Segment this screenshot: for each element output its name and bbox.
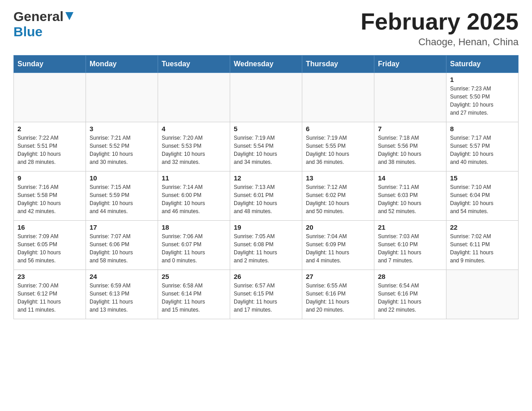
day-info: Sunrise: 6:54 AM Sunset: 6:16 PM Dayligh… — [378, 282, 442, 314]
header-saturday: Saturday — [446, 56, 519, 73]
location-subtitle: Chaoge, Henan, China — [360, 36, 519, 48]
table-row: 21Sunrise: 7:03 AM Sunset: 6:10 PM Dayli… — [374, 221, 446, 270]
day-info: Sunrise: 7:05 AM Sunset: 6:08 PM Dayligh… — [234, 232, 298, 265]
table-row: 24Sunrise: 6:59 AM Sunset: 6:13 PM Dayli… — [86, 270, 158, 319]
day-number: 23 — [17, 273, 82, 280]
day-number: 7 — [378, 125, 442, 133]
calendar-table: Sunday Monday Tuesday Wednesday Thursday… — [13, 55, 519, 319]
day-number: 1 — [450, 76, 515, 83]
day-number: 17 — [90, 223, 154, 231]
day-number: 25 — [162, 273, 226, 280]
day-info: Sunrise: 7:23 AM Sunset: 5:50 PM Dayligh… — [450, 85, 515, 117]
day-number: 28 — [378, 273, 442, 280]
day-info: Sunrise: 7:07 AM Sunset: 6:06 PM Dayligh… — [90, 232, 154, 265]
day-number: 14 — [378, 174, 442, 182]
table-row: 2Sunrise: 7:22 AM Sunset: 5:51 PM Daylig… — [14, 122, 86, 171]
logo-arrow-icon — [64, 12, 73, 21]
table-row: 11Sunrise: 7:14 AM Sunset: 6:00 PM Dayli… — [158, 171, 230, 221]
table-row: 10Sunrise: 7:15 AM Sunset: 5:59 PM Dayli… — [86, 171, 158, 221]
table-row: 5Sunrise: 7:19 AM Sunset: 5:54 PM Daylig… — [230, 122, 302, 171]
day-number: 27 — [306, 273, 370, 280]
table-row: 17Sunrise: 7:07 AM Sunset: 6:06 PM Dayli… — [86, 221, 158, 270]
day-info: Sunrise: 7:22 AM Sunset: 5:51 PM Dayligh… — [17, 134, 82, 166]
day-number: 3 — [90, 125, 154, 133]
table-row — [86, 73, 158, 122]
day-info: Sunrise: 7:11 AM Sunset: 6:03 PM Dayligh… — [378, 183, 442, 215]
table-row — [302, 73, 374, 122]
day-number: 10 — [90, 174, 154, 182]
table-row: 12Sunrise: 7:13 AM Sunset: 6:01 PM Dayli… — [230, 171, 302, 221]
table-row — [446, 270, 519, 319]
table-row: 18Sunrise: 7:06 AM Sunset: 6:07 PM Dayli… — [158, 221, 230, 270]
logo-general: General — [13, 9, 64, 24]
day-number: 5 — [234, 125, 298, 133]
table-row: 1Sunrise: 7:23 AM Sunset: 5:50 PM Daylig… — [446, 73, 519, 122]
table-row: 25Sunrise: 6:58 AM Sunset: 6:14 PM Dayli… — [158, 270, 230, 319]
table-row: 9Sunrise: 7:16 AM Sunset: 5:58 PM Daylig… — [14, 171, 86, 221]
table-row: 20Sunrise: 7:04 AM Sunset: 6:09 PM Dayli… — [302, 221, 374, 270]
page-header: General Blue February 2025 Chaoge, Henan… — [13, 9, 519, 48]
day-number: 2 — [17, 125, 82, 133]
day-info: Sunrise: 7:17 AM Sunset: 5:57 PM Dayligh… — [450, 134, 515, 166]
day-info: Sunrise: 6:59 AM Sunset: 6:13 PM Dayligh… — [90, 282, 154, 314]
day-number: 24 — [90, 273, 154, 280]
day-info: Sunrise: 7:03 AM Sunset: 6:10 PM Dayligh… — [378, 232, 442, 265]
calendar-week-row: 23Sunrise: 7:00 AM Sunset: 6:12 PM Dayli… — [14, 270, 519, 319]
table-row: 23Sunrise: 7:00 AM Sunset: 6:12 PM Dayli… — [14, 270, 86, 319]
svg-marker-0 — [65, 12, 73, 20]
day-info: Sunrise: 7:13 AM Sunset: 6:01 PM Dayligh… — [234, 183, 298, 215]
header-thursday: Thursday — [302, 56, 374, 73]
table-row: 15Sunrise: 7:10 AM Sunset: 6:04 PM Dayli… — [446, 171, 519, 221]
day-info: Sunrise: 7:20 AM Sunset: 5:53 PM Dayligh… — [162, 134, 226, 166]
header-wednesday: Wednesday — [230, 56, 302, 73]
logo: General Blue — [13, 9, 73, 39]
table-row: 19Sunrise: 7:05 AM Sunset: 6:08 PM Dayli… — [230, 221, 302, 270]
day-number: 9 — [17, 174, 82, 182]
day-info: Sunrise: 6:55 AM Sunset: 6:16 PM Dayligh… — [306, 282, 370, 314]
title-area: February 2025 Chaoge, Henan, China — [360, 9, 519, 48]
table-row — [374, 73, 446, 122]
day-info: Sunrise: 7:06 AM Sunset: 6:07 PM Dayligh… — [162, 232, 226, 265]
table-row: 26Sunrise: 6:57 AM Sunset: 6:15 PM Dayli… — [230, 270, 302, 319]
day-number: 6 — [306, 125, 370, 133]
day-number: 26 — [234, 273, 298, 280]
table-row: 22Sunrise: 7:02 AM Sunset: 6:11 PM Dayli… — [446, 221, 519, 270]
calendar-week-row: 16Sunrise: 7:09 AM Sunset: 6:05 PM Dayli… — [14, 221, 519, 270]
day-info: Sunrise: 7:21 AM Sunset: 5:52 PM Dayligh… — [90, 134, 154, 166]
day-number: 13 — [306, 174, 370, 182]
header-tuesday: Tuesday — [158, 56, 230, 73]
day-number: 11 — [162, 174, 226, 182]
header-friday: Friday — [374, 56, 446, 73]
day-info: Sunrise: 7:15 AM Sunset: 5:59 PM Dayligh… — [90, 183, 154, 215]
weekday-header-row: Sunday Monday Tuesday Wednesday Thursday… — [14, 56, 519, 73]
day-number: 15 — [450, 174, 515, 182]
day-number: 4 — [162, 125, 226, 133]
day-info: Sunrise: 7:00 AM Sunset: 6:12 PM Dayligh… — [17, 282, 82, 314]
day-number: 16 — [17, 223, 82, 231]
table-row: 8Sunrise: 7:17 AM Sunset: 5:57 PM Daylig… — [446, 122, 519, 171]
table-row — [158, 73, 230, 122]
logo-blue: Blue — [13, 24, 43, 39]
day-info: Sunrise: 7:12 AM Sunset: 6:02 PM Dayligh… — [306, 183, 370, 215]
day-info: Sunrise: 7:19 AM Sunset: 5:55 PM Dayligh… — [306, 134, 370, 166]
header-sunday: Sunday — [14, 56, 86, 73]
day-number: 18 — [162, 223, 226, 231]
table-row: 16Sunrise: 7:09 AM Sunset: 6:05 PM Dayli… — [14, 221, 86, 270]
day-info: Sunrise: 7:02 AM Sunset: 6:11 PM Dayligh… — [450, 232, 515, 265]
day-info: Sunrise: 7:04 AM Sunset: 6:09 PM Dayligh… — [306, 232, 370, 265]
day-number: 19 — [234, 223, 298, 231]
day-number: 8 — [450, 125, 515, 133]
table-row: 3Sunrise: 7:21 AM Sunset: 5:52 PM Daylig… — [86, 122, 158, 171]
day-info: Sunrise: 6:58 AM Sunset: 6:14 PM Dayligh… — [162, 282, 226, 314]
day-number: 20 — [306, 223, 370, 231]
table-row: 14Sunrise: 7:11 AM Sunset: 6:03 PM Dayli… — [374, 171, 446, 221]
table-row: 4Sunrise: 7:20 AM Sunset: 5:53 PM Daylig… — [158, 122, 230, 171]
day-number: 22 — [450, 223, 515, 231]
calendar-week-row: 2Sunrise: 7:22 AM Sunset: 5:51 PM Daylig… — [14, 122, 519, 171]
calendar-week-row: 9Sunrise: 7:16 AM Sunset: 5:58 PM Daylig… — [14, 171, 519, 221]
day-info: Sunrise: 6:57 AM Sunset: 6:15 PM Dayligh… — [234, 282, 298, 314]
day-number: 21 — [378, 223, 442, 231]
calendar-week-row: 1Sunrise: 7:23 AM Sunset: 5:50 PM Daylig… — [14, 73, 519, 122]
day-info: Sunrise: 7:19 AM Sunset: 5:54 PM Dayligh… — [234, 134, 298, 166]
month-title: February 2025 — [360, 9, 519, 34]
